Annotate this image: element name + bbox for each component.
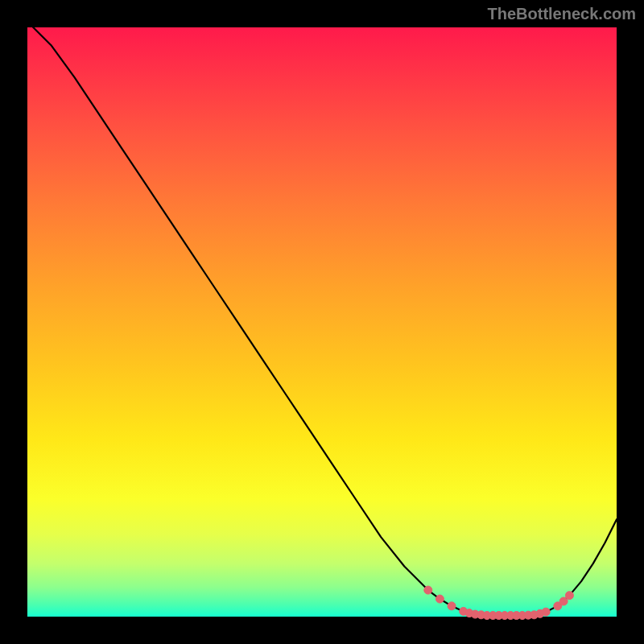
attribution-label: TheBottleneck.com xyxy=(488,5,636,23)
data-marker xyxy=(448,602,456,610)
bottleneck-curve xyxy=(27,22,617,616)
data-marker xyxy=(542,608,550,616)
data-marker xyxy=(424,586,432,594)
curve-layer xyxy=(27,27,617,617)
data-marker xyxy=(565,592,573,600)
plot-area xyxy=(27,27,617,617)
data-marker xyxy=(436,595,444,603)
chart-frame: TheBottleneck.com xyxy=(0,0,644,644)
